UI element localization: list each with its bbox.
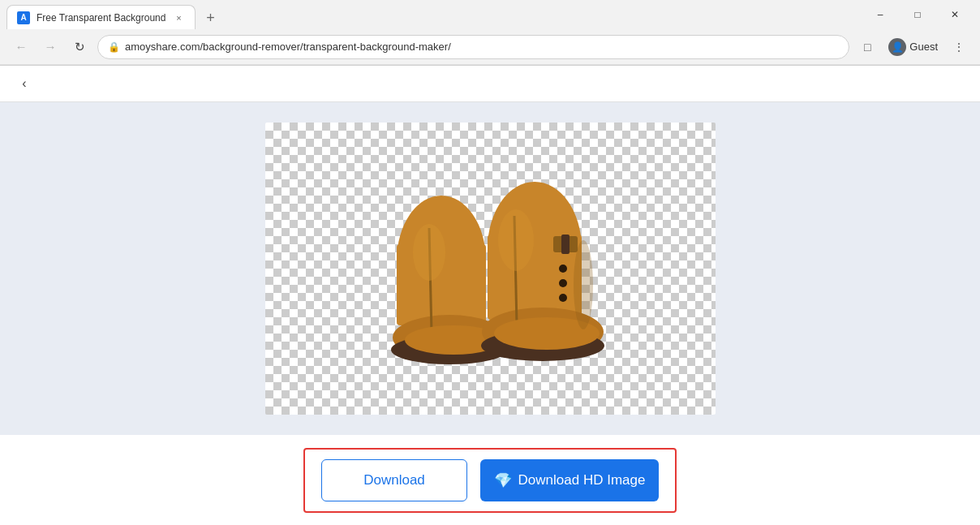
image-area — [0, 102, 980, 435]
image-container — [265, 123, 716, 415]
svg-point-6 — [413, 224, 445, 281]
svg-point-10 — [559, 279, 567, 287]
profile-button[interactable]: 👤 Guest — [882, 35, 944, 59]
svg-rect-13 — [561, 235, 570, 254]
boots-image — [352, 155, 628, 382]
lock-icon: 🔒 — [108, 41, 120, 53]
menu-button[interactable]: ⋮ — [948, 36, 970, 58]
profile-label: Guest — [909, 41, 938, 53]
split-screen-button[interactable]: □ — [856, 36, 879, 58]
diamond-icon: 💎 — [494, 471, 512, 489]
reload-button[interactable]: ↻ — [68, 36, 91, 58]
main-content: ‹ — [0, 66, 980, 525]
download-hd-button[interactable]: 💎 Download HD Image — [480, 459, 659, 501]
svg-point-18 — [498, 209, 534, 271]
active-tab[interactable]: A Free Transparent Background × — [6, 5, 196, 29]
page-back-button[interactable]: ‹ — [13, 72, 36, 95]
svg-point-9 — [559, 265, 567, 273]
browser-chrome: A Free Transparent Background × + – □ ✕ … — [0, 0, 980, 66]
new-tab-button[interactable]: + — [199, 6, 221, 29]
browser-actions: □ 👤 Guest ⋮ — [856, 35, 970, 59]
address-bar-row: ← → ↻ 🔒 amoyshare.com/background-remover… — [0, 29, 980, 65]
address-bar[interactable]: 🔒 amoyshare.com/background-remover/trans… — [97, 35, 849, 59]
title-bar: A Free Transparent Background × + – □ ✕ — [0, 0, 980, 29]
download-highlight: Download 💎 Download HD Image — [303, 448, 677, 513]
tab-title: Free Transparent Background — [37, 12, 165, 24]
tab-favicon: A — [17, 11, 30, 24]
close-button[interactable]: ✕ — [936, 0, 974, 29]
profile-avatar: 👤 — [888, 38, 906, 56]
tab-close-button[interactable]: × — [172, 11, 185, 24]
svg-point-19 — [574, 240, 593, 329]
forward-nav-button[interactable]: → — [39, 36, 62, 58]
download-bar: Download 💎 Download HD Image — [0, 435, 980, 525]
svg-point-11 — [559, 294, 567, 302]
url-text: amoyshare.com/background-remover/transpa… — [125, 41, 839, 53]
download-button[interactable]: Download — [321, 459, 467, 501]
maximize-button[interactable]: □ — [899, 0, 936, 29]
back-nav-button[interactable]: ← — [10, 36, 32, 58]
tab-strip: A Free Transparent Background × + — [6, 0, 862, 29]
minimize-button[interactable]: – — [862, 0, 899, 29]
download-hd-label: Download HD Image — [518, 472, 646, 488]
window-controls: – □ ✕ — [862, 0, 974, 29]
back-row: ‹ — [0, 66, 980, 102]
